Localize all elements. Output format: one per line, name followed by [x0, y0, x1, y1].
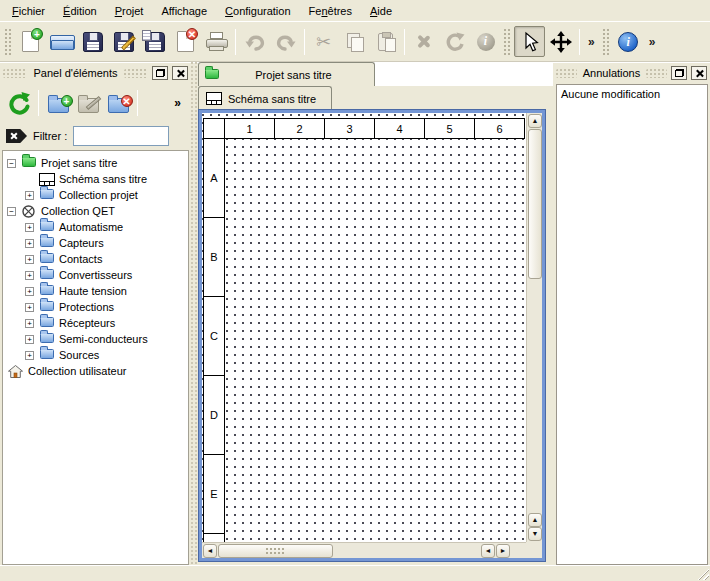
expand-expander[interactable]: + [25, 191, 34, 200]
tree-item-haute-tension[interactable]: +Haute tension [3, 283, 188, 299]
dock-float-button[interactable] [671, 66, 687, 80]
element-infos-button[interactable]: i [470, 26, 501, 57]
edit-category-button[interactable] [73, 88, 103, 118]
close-file-button[interactable]: ✕ [170, 26, 201, 57]
panel-toolbar-extension-button[interactable]: » [174, 96, 187, 110]
tree-item-schema-sans-titre[interactable]: Schéma sans titre [3, 171, 188, 187]
tree-item-collection-qet[interactable]: −Collection QET [3, 203, 188, 219]
toolbar-grip[interactable] [5, 29, 12, 55]
expand-expander[interactable]: + [25, 287, 34, 296]
scroll-up-button[interactable]: ▲ [528, 114, 542, 128]
dock-grip[interactable] [124, 69, 148, 78]
toolbar-separator [579, 29, 580, 55]
new-category-button[interactable]: + [43, 88, 73, 118]
menu-fichier[interactable]: Fichier [3, 2, 54, 20]
reload-collections-button[interactable] [4, 88, 34, 118]
row-header-b: B [203, 217, 225, 297]
save-as-button[interactable] [108, 26, 139, 57]
tree-item-sources[interactable]: +Sources [3, 347, 188, 363]
tree-item-collection-projet[interactable]: +Collection projet [3, 187, 188, 203]
expand-expander[interactable]: + [25, 271, 34, 280]
tree-item-contacts[interactable]: +Contacts [3, 251, 188, 267]
save-all-button[interactable] [139, 26, 170, 57]
redo-button[interactable] [270, 26, 301, 57]
tree-item-semi-conducteurs[interactable]: +Semi-conducteurs [3, 331, 188, 347]
print-button[interactable] [201, 26, 232, 57]
menu-projet[interactable]: Projet [106, 2, 153, 20]
diagram-canvas[interactable]: 123456 ABCDE [202, 113, 526, 542]
delete-category-button[interactable]: ✕ [103, 88, 133, 118]
tree-item-capteurs[interactable]: +Capteurs [3, 235, 188, 251]
collapse-expander[interactable]: − [7, 159, 16, 168]
dock-grip[interactable] [556, 69, 577, 78]
elements-panel-dock: Panel d'éléments + ✕ » Filtrer : [0, 62, 191, 565]
horizontal-scrollbar[interactable]: ◄ ◄ ► [202, 542, 526, 558]
dock-grip[interactable] [3, 69, 27, 78]
toolbar-grip[interactable] [603, 29, 610, 55]
collapse-expander[interactable]: − [7, 207, 16, 216]
toolbar-extension-button[interactable]: » [583, 35, 600, 49]
about-qet-button[interactable]: i [613, 26, 644, 57]
expand-expander[interactable]: + [25, 303, 34, 312]
expand-expander[interactable]: + [25, 255, 34, 264]
scroll-left-button[interactable]: ◄ [481, 544, 495, 558]
clear-filter-icon[interactable] [6, 129, 27, 143]
tab-project[interactable]: Projet sans titre [198, 62, 375, 86]
scroll-right-button[interactable]: ► [496, 544, 510, 558]
open-project-button[interactable] [46, 26, 77, 57]
paste-button[interactable] [370, 26, 401, 57]
expand-expander[interactable]: + [25, 239, 34, 248]
filter-input[interactable] [73, 126, 169, 146]
tree-item-recepteurs[interactable]: +Récepteurs [3, 315, 188, 331]
scroll-up-button[interactable]: ▲ [528, 513, 542, 527]
undo-button[interactable] [239, 26, 270, 57]
resize-grip[interactable] [696, 567, 709, 580]
toolbar-grip[interactable] [504, 29, 511, 55]
delete-button[interactable] [408, 26, 439, 57]
dock-close-button[interactable] [172, 66, 188, 80]
menu-edition[interactable]: Édition [54, 2, 106, 20]
select-mode-button[interactable] [514, 26, 545, 57]
tree-item-protections[interactable]: +Protections [3, 299, 188, 315]
menu-aide[interactable]: Aide [361, 2, 401, 20]
dock-close-button[interactable] [691, 66, 707, 80]
toolbar-extension-button[interactable]: » [644, 35, 661, 49]
left-splitter-handle[interactable] [191, 62, 198, 565]
tree-item-automatisme[interactable]: +Automatisme [3, 219, 188, 235]
dock-grip[interactable] [646, 69, 667, 78]
menu-fenetres[interactable]: Fenêtres [300, 2, 361, 20]
project-tab-bar: Projet sans titre [198, 62, 553, 86]
tree-item-collection-utilisateur[interactable]: Collection utilisateur [3, 363, 188, 379]
vertical-scroll-thumb[interactable] [528, 129, 542, 279]
copy-button[interactable] [339, 26, 370, 57]
tree-item-icon [38, 350, 55, 360]
tree-item-convertisseurs[interactable]: +Convertisseurs [3, 267, 188, 283]
horizontal-scroll-thumb[interactable] [218, 544, 333, 558]
expand-expander[interactable]: + [25, 319, 34, 328]
menu-affichage[interactable]: Affichage [152, 2, 216, 20]
save-button[interactable] [77, 26, 108, 57]
new-project-button[interactable]: + [15, 26, 46, 57]
dock-float-button[interactable] [152, 66, 168, 80]
menu-configuration[interactable]: Configuration [216, 2, 299, 20]
tree-item-label: Semi-conducteurs [59, 333, 148, 345]
tab-schema[interactable]: Schéma sans titre [198, 86, 332, 110]
undo-list[interactable]: Aucune modification [556, 84, 708, 565]
expand-expander[interactable]: + [25, 335, 34, 344]
rotate-button[interactable] [439, 26, 470, 57]
scroll-left-button[interactable]: ◄ [203, 544, 217, 558]
expand-expander[interactable]: + [25, 351, 34, 360]
pan-mode-button[interactable] [545, 26, 576, 57]
tree-item-label: Collection projet [59, 189, 138, 201]
tree-item-projet-sans-titre[interactable]: −Projet sans titre [3, 155, 188, 171]
menu-bar: FichierÉditionProjetAffichageConfigurati… [0, 0, 710, 21]
cut-button[interactable]: ✂ [308, 26, 339, 57]
tree-item-label: Collection QET [41, 205, 115, 217]
tree-item-label: Schéma sans titre [59, 173, 147, 185]
undo-panel-header[interactable]: Annulations [553, 62, 710, 84]
scroll-down-button[interactable]: ▼ [528, 527, 542, 541]
elements-panel-header[interactable]: Panel d'éléments [0, 62, 191, 84]
expand-expander[interactable]: + [25, 223, 34, 232]
tree-item-icon [38, 173, 55, 186]
vertical-scrollbar[interactable]: ▲ ▲ ▼ [526, 113, 542, 542]
